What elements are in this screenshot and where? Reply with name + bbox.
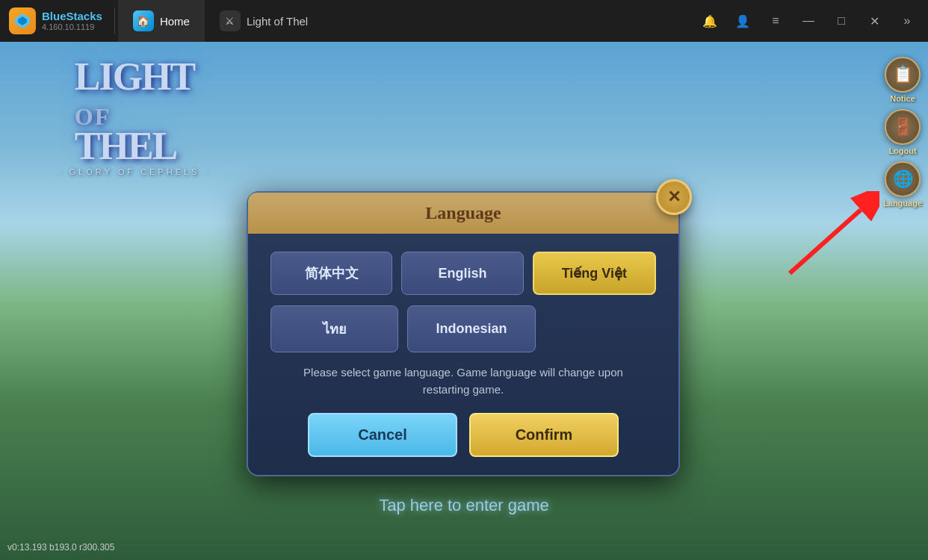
language-icon: 🌐 bbox=[885, 161, 921, 197]
close-x-icon: ✕ bbox=[667, 187, 681, 207]
red-arrow-indicator bbox=[775, 191, 879, 281]
menu-button[interactable]: ≡ bbox=[761, 6, 791, 36]
lang-btn-id[interactable]: Indonesian bbox=[407, 305, 535, 352]
home-tab-icon: 🏠 bbox=[133, 10, 154, 31]
divider bbox=[114, 7, 115, 34]
game-logo-subtitle: · GLORY OF CEPHELS · bbox=[58, 167, 210, 176]
language-row-2: ไทย Indonesian bbox=[270, 305, 656, 352]
home-tab[interactable]: 🏠 Home bbox=[118, 0, 205, 42]
lang-btn-zh[interactable]: 简体中文 bbox=[270, 252, 392, 295]
lang-btn-th[interactable]: ไทย bbox=[270, 305, 398, 352]
version-text: v0:13.193 b193.0 r300.305 bbox=[7, 542, 114, 553]
language-button[interactable]: 🌐 Language bbox=[883, 161, 922, 208]
logout-label: Logout bbox=[888, 146, 916, 155]
dialog-body: 简体中文 English Tiếng Việt ไทย Indonesian P… bbox=[248, 234, 678, 475]
logout-icon: 🚪 bbox=[885, 109, 921, 145]
game-logo-text: LIGHTofTHEL bbox=[75, 60, 195, 164]
dialog-header: Language ✕ bbox=[248, 193, 678, 234]
bluestacks-logo: BlueStacks 4.160.10.1119 bbox=[0, 7, 111, 34]
titlebar: BlueStacks 4.160.10.1119 🏠 Home ⚔ Light … bbox=[0, 0, 928, 42]
app-version: 4.160.10.1119 bbox=[42, 22, 102, 31]
lang-btn-en[interactable]: English bbox=[401, 252, 523, 295]
more-button[interactable]: » bbox=[892, 6, 922, 36]
message-line2: restarting game. bbox=[423, 383, 504, 396]
svg-line-8 bbox=[790, 210, 861, 273]
minimize-button[interactable]: — bbox=[794, 6, 823, 36]
language-label: Language bbox=[883, 199, 922, 208]
dialog-message: Please select game language. Game langua… bbox=[270, 364, 656, 398]
game-tab[interactable]: ⚔ Light of Thel bbox=[205, 0, 323, 42]
language-dialog: Language ✕ 简体中文 English Tiếng Việt ไทย I… bbox=[247, 191, 680, 476]
logout-button[interactable]: 🚪 Logout bbox=[883, 109, 922, 155]
dialog-actions: Cancel Confirm bbox=[270, 413, 656, 457]
confirm-button[interactable]: Confirm bbox=[469, 413, 619, 457]
message-line1: Please select game language. Game langua… bbox=[303, 366, 623, 379]
language-row-1: 简体中文 English Tiếng Việt bbox=[270, 252, 656, 295]
dialog-close-button[interactable]: ✕ bbox=[656, 179, 692, 215]
game-title-area: LIGHTofTHEL · GLORY OF CEPHELS · bbox=[30, 57, 239, 176]
notice-label: Notice bbox=[890, 94, 915, 103]
tap-enter-text[interactable]: Tap here to enter game bbox=[379, 496, 548, 515]
game-tab-label: Light of Thel bbox=[247, 15, 308, 28]
bluestacks-icon bbox=[9, 7, 36, 34]
dialog-title: Language bbox=[425, 203, 501, 223]
home-tab-label: Home bbox=[160, 15, 190, 28]
account-button[interactable]: 👤 bbox=[728, 6, 758, 36]
lang-btn-vi[interactable]: Tiếng Việt bbox=[533, 252, 656, 295]
right-sidebar: 📋 Notice 🚪 Logout 🌐 Language bbox=[883, 57, 928, 208]
notification-button[interactable]: 🔔 bbox=[695, 6, 725, 36]
close-button[interactable]: ✕ bbox=[859, 6, 889, 36]
notice-icon: 📋 bbox=[885, 57, 921, 93]
game-logo: LIGHTofTHEL · GLORY OF CEPHELS · bbox=[30, 57, 239, 176]
maximize-button[interactable]: □ bbox=[826, 6, 856, 36]
game-area: LIGHTofTHEL · GLORY OF CEPHELS · 📋 Notic… bbox=[0, 42, 928, 560]
window-controls: 🔔 👤 ≡ — □ ✕ » bbox=[695, 6, 928, 36]
app-name: BlueStacks bbox=[42, 10, 102, 23]
spacer bbox=[545, 305, 656, 352]
cancel-button[interactable]: Cancel bbox=[308, 413, 457, 457]
bluestacks-text: BlueStacks 4.160.10.1119 bbox=[42, 10, 102, 32]
notice-button[interactable]: 📋 Notice bbox=[883, 57, 922, 103]
game-tab-icon: ⚔ bbox=[220, 10, 241, 31]
